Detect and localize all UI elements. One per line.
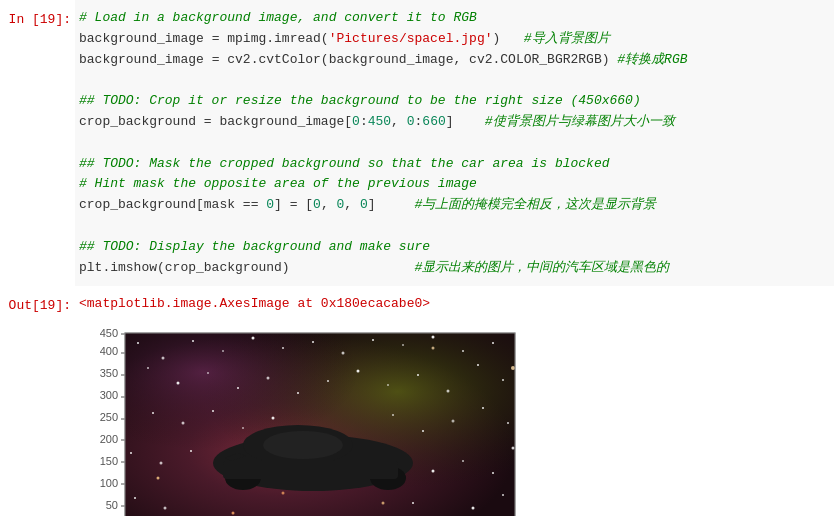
svg-point-66 xyxy=(182,422,185,425)
svg-point-90 xyxy=(282,492,285,495)
svg-point-58 xyxy=(327,380,329,382)
svg-point-50 xyxy=(462,350,464,352)
svg-point-44 xyxy=(282,347,284,349)
svg-text:150: 150 xyxy=(100,455,118,467)
svg-point-61 xyxy=(417,374,419,376)
svg-point-57 xyxy=(297,392,299,394)
plot-container: 0 50 100 150 200 250 300 xyxy=(83,323,533,516)
svg-point-80 xyxy=(462,460,464,462)
svg-point-40 xyxy=(162,357,165,360)
svg-point-62 xyxy=(447,390,450,393)
svg-point-46 xyxy=(342,352,345,355)
svg-point-67 xyxy=(212,410,214,412)
svg-point-74 xyxy=(507,422,509,424)
svg-point-84 xyxy=(164,507,167,510)
code-line-12: ## TODO: Display the background and make… xyxy=(79,237,826,258)
svg-point-93 xyxy=(232,512,235,515)
svg-point-63 xyxy=(477,364,479,366)
code-line-13: plt.imshow(crop_background) #显示出来的图片，中间的… xyxy=(79,258,826,279)
svg-point-55 xyxy=(237,387,239,389)
svg-point-87 xyxy=(472,507,475,510)
svg-point-94 xyxy=(432,347,435,350)
code-line-2: background_image = mpimg.imread('Picture… xyxy=(79,29,826,50)
svg-point-43 xyxy=(252,337,255,340)
svg-text:250: 250 xyxy=(100,411,118,423)
svg-text:400: 400 xyxy=(100,345,118,357)
svg-point-88 xyxy=(502,494,504,496)
svg-point-91 xyxy=(511,366,515,370)
svg-point-39 xyxy=(137,342,139,344)
svg-point-81 xyxy=(492,472,494,474)
svg-point-79 xyxy=(432,470,435,473)
code-line-1: # Load in a background image, and conver… xyxy=(79,8,826,29)
svg-point-101 xyxy=(263,431,343,459)
svg-point-70 xyxy=(392,414,394,416)
svg-point-49 xyxy=(432,336,435,339)
svg-point-82 xyxy=(512,447,515,450)
svg-point-85 xyxy=(412,502,414,504)
in-label: In [19]: xyxy=(9,12,71,27)
svg-point-68 xyxy=(242,427,244,429)
svg-point-69 xyxy=(272,417,275,420)
svg-point-56 xyxy=(267,377,270,380)
svg-point-47 xyxy=(372,339,374,341)
plot-svg: 0 50 100 150 200 250 300 xyxy=(83,323,533,516)
svg-point-51 xyxy=(492,342,494,344)
code-line-7 xyxy=(79,133,826,154)
code-line-8: ## TODO: Mask the cropped background so … xyxy=(79,154,826,175)
svg-point-60 xyxy=(387,384,389,386)
svg-point-54 xyxy=(207,372,209,374)
output-content-19: <matplotlib.image.AxesImage at 0x180ecac… xyxy=(75,286,834,516)
code-line-3: background_image = cv2.cvtColor(backgrou… xyxy=(79,50,826,71)
svg-point-77 xyxy=(190,450,192,452)
svg-point-45 xyxy=(312,341,314,343)
code-line-9: # Hint mask the opposite area of the pre… xyxy=(79,174,826,195)
svg-rect-99 xyxy=(223,461,398,479)
svg-point-65 xyxy=(152,412,154,414)
svg-point-71 xyxy=(422,430,424,432)
output-cell-19: Out[19]: <matplotlib.image.AxesImage at … xyxy=(0,286,834,516)
svg-point-92 xyxy=(382,502,385,505)
svg-text:50: 50 xyxy=(106,499,118,511)
svg-point-72 xyxy=(452,420,455,423)
code-line-5: ## TODO: Crop it or resize the backgroun… xyxy=(79,91,826,112)
code-line-4 xyxy=(79,70,826,91)
svg-point-41 xyxy=(192,340,194,342)
svg-point-75 xyxy=(130,452,132,454)
cell-label-out19: Out[19]: xyxy=(0,286,75,516)
svg-point-83 xyxy=(134,497,136,499)
svg-point-73 xyxy=(482,407,484,409)
code-content-19[interactable]: # Load in a background image, and conver… xyxy=(75,0,834,286)
out-label: Out[19]: xyxy=(9,298,71,313)
svg-point-76 xyxy=(160,462,163,465)
input-cell-19: In [19]: # Load in a background image, a… xyxy=(0,0,834,286)
cell-label-in19: In [19]: xyxy=(0,0,75,286)
svg-text:450: 450 xyxy=(100,327,118,339)
svg-point-89 xyxy=(157,477,160,480)
svg-text:300: 300 xyxy=(100,389,118,401)
code-line-6: crop_background = background_image[0:450… xyxy=(79,112,826,133)
svg-text:200: 200 xyxy=(100,433,118,445)
svg-point-52 xyxy=(147,367,149,369)
svg-text:100: 100 xyxy=(100,477,118,489)
svg-point-42 xyxy=(222,350,224,352)
code-line-11 xyxy=(79,216,826,237)
output-text: <matplotlib.image.AxesImage at 0x180ecac… xyxy=(79,296,430,311)
svg-text:350: 350 xyxy=(100,367,118,379)
svg-point-53 xyxy=(177,382,180,385)
svg-point-59 xyxy=(357,370,360,373)
code-line-10: crop_background[mask == 0] = [0, 0, 0] #… xyxy=(79,195,826,216)
svg-point-64 xyxy=(502,379,504,381)
svg-point-48 xyxy=(402,344,404,346)
